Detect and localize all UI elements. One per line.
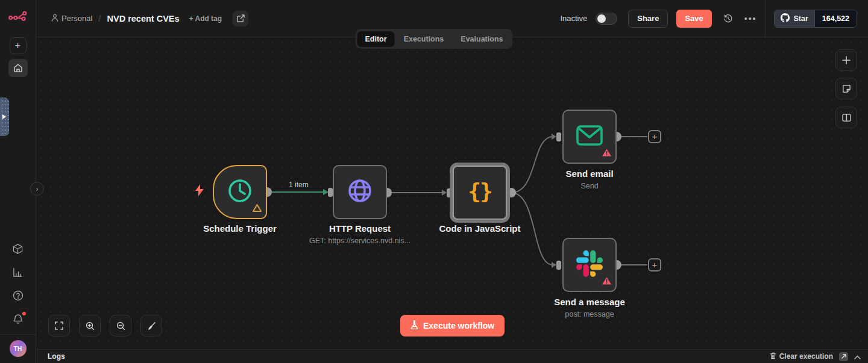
slack-icon bbox=[576, 250, 603, 279]
templates-icon[interactable] bbox=[11, 242, 25, 255]
add-connection-button[interactable]: + bbox=[648, 130, 661, 143]
email-icon bbox=[576, 125, 603, 149]
workflow-title[interactable]: NVD recent CVEs bbox=[107, 14, 179, 23]
history-icon[interactable] bbox=[720, 11, 736, 26]
node-subtitle: post: message bbox=[511, 310, 668, 318]
breadcrumb-separator: / bbox=[98, 13, 101, 23]
trash-icon bbox=[770, 352, 776, 361]
clear-execution-label: Clear execution bbox=[779, 352, 833, 361]
execute-workflow-label: Execute workflow bbox=[423, 321, 494, 330]
activation-status-label: Inactive bbox=[560, 14, 587, 23]
new-workflow-button[interactable]: + bbox=[10, 37, 27, 54]
toggle-knob bbox=[597, 14, 606, 23]
zoom-out-button[interactable] bbox=[110, 315, 131, 337]
node-schedule-trigger[interactable] bbox=[213, 165, 267, 219]
logs-panel-header[interactable]: Logs Clear execution bbox=[37, 349, 868, 363]
header-divider bbox=[765, 0, 766, 37]
node-label: HTTP Request bbox=[294, 223, 426, 234]
clock-icon bbox=[226, 177, 254, 207]
trigger-pin-icon bbox=[193, 184, 206, 199]
execute-workflow-button[interactable]: Execute workflow bbox=[400, 315, 505, 337]
tab-editor[interactable]: Editor bbox=[357, 31, 395, 47]
node-subtitle: GET: https://services.nvd.nis... bbox=[281, 237, 438, 245]
node-subtitle: Send bbox=[511, 182, 668, 190]
notifications-bell-icon[interactable] bbox=[11, 312, 25, 326]
n8n-logo[interactable] bbox=[8, 0, 28, 33]
zoom-in-button[interactable] bbox=[79, 315, 101, 337]
more-options-menu[interactable]: ••• bbox=[744, 14, 757, 23]
edit-workflow-button[interactable] bbox=[233, 11, 248, 26]
add-tag-button[interactable]: + Add tag bbox=[189, 14, 222, 23]
github-star-label: Star bbox=[793, 14, 808, 23]
node-code-javascript[interactable]: {} bbox=[453, 166, 507, 220]
home-button[interactable] bbox=[8, 59, 28, 77]
code-braces-icon: {} bbox=[468, 179, 491, 207]
activation-toggle[interactable] bbox=[596, 13, 617, 25]
breadcrumb-project[interactable]: Personal bbox=[51, 14, 92, 23]
add-connection-button[interactable]: + bbox=[648, 258, 661, 271]
github-star-badge[interactable]: Star 164,522 bbox=[774, 10, 857, 28]
panel-drag-handle[interactable] bbox=[0, 98, 9, 136]
add-node-button[interactable] bbox=[835, 49, 857, 71]
open-logs-window-button[interactable] bbox=[839, 352, 848, 361]
toggle-panel-button[interactable] bbox=[835, 107, 857, 128]
notification-dot bbox=[22, 312, 26, 315]
expand-sidebar-chevron[interactable]: › bbox=[30, 182, 44, 196]
node-label: Code in JavaScript bbox=[414, 223, 546, 234]
play-triangle-icon bbox=[2, 114, 6, 119]
node-send-email[interactable] bbox=[562, 110, 617, 164]
node-label: Schedule Trigger bbox=[174, 223, 306, 234]
save-button[interactable]: Save bbox=[676, 10, 711, 28]
n8n-workflow-editor: 1 item Schedule Trigger bbox=[0, 0, 868, 363]
add-sticky-note-button[interactable] bbox=[835, 78, 857, 99]
help-icon[interactable] bbox=[11, 289, 25, 302]
warning-triangle-icon bbox=[252, 203, 262, 215]
globe-icon bbox=[345, 176, 374, 208]
flask-icon bbox=[410, 320, 418, 331]
tab-executions[interactable]: Executions bbox=[396, 31, 452, 47]
connection-items-label: 1 item bbox=[289, 181, 309, 189]
error-triangle-icon bbox=[602, 148, 612, 160]
node-http-request[interactable] bbox=[333, 165, 387, 219]
person-icon bbox=[51, 14, 58, 23]
node-send-message-slack[interactable] bbox=[562, 238, 617, 292]
error-triangle-icon bbox=[602, 276, 612, 288]
github-star-count: 164,522 bbox=[814, 10, 857, 27]
app-sidebar: + bbox=[0, 0, 36, 363]
node-label: Send email bbox=[523, 169, 656, 179]
share-button[interactable]: Share bbox=[628, 10, 668, 28]
clear-execution-button[interactable]: Clear execution bbox=[770, 352, 833, 361]
collapse-logs-chevron[interactable] bbox=[854, 351, 861, 362]
insights-icon[interactable] bbox=[11, 265, 25, 279]
zoom-to-fit-button[interactable] bbox=[48, 315, 70, 337]
logs-title: Logs bbox=[37, 352, 65, 361]
user-avatar[interactable]: TH bbox=[10, 340, 27, 357]
view-tabs: Editor Executions Evaluations bbox=[356, 29, 513, 49]
node-label: Send a message bbox=[523, 297, 656, 307]
github-icon bbox=[781, 13, 790, 24]
tab-evaluations[interactable]: Evaluations bbox=[453, 31, 511, 47]
tidy-up-button[interactable] bbox=[140, 315, 162, 337]
